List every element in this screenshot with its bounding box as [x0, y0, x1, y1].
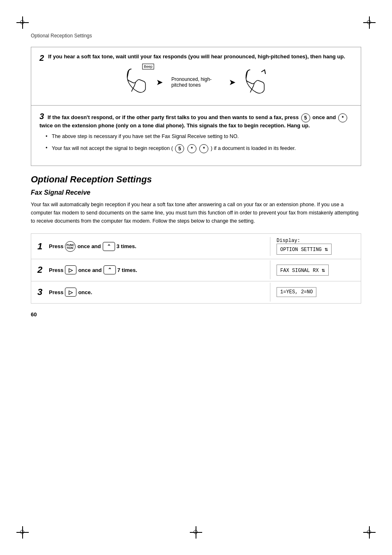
- step2-number: 2: [39, 53, 44, 63]
- arrow-ud-button-2: ⌃: [104, 265, 116, 274]
- step3-box: 3 If the fax doesn't respond, or if the …: [31, 106, 361, 166]
- instruction-step-2: 2 Press ▷ once and ⌃ 7 times. FAX SIGNAL…: [31, 259, 361, 281]
- phone-right-icon: [244, 68, 267, 97]
- step3-instr-left: 3 Press ▷ once.: [31, 283, 270, 302]
- right-arrow-button-1: ▷: [65, 265, 76, 274]
- step3-press: Press: [49, 289, 63, 295]
- display-label: Display:: [277, 238, 300, 244]
- step2-press: Press: [49, 267, 63, 273]
- instruction-step-3: 3 Press ▷ once. 1=YES, 2=NO: [31, 281, 361, 304]
- phone-left-icon: [125, 67, 148, 96]
- tone-label: Pronounced, high-pitched tones: [171, 76, 221, 88]
- step3-bullets: The above step is necessary if you have …: [39, 133, 353, 154]
- page-content: Optional Reception Settings 2 If you hea…: [31, 0, 361, 334]
- step3-number: 3: [39, 112, 44, 121]
- bullet1: The above step is necessary if you have …: [46, 133, 353, 140]
- description: Your fax will automatically begin recept…: [31, 200, 361, 225]
- corner-mark-br: [363, 526, 376, 539]
- display-yes-no: 1=YES, 2=NO: [277, 287, 316, 297]
- beep-label: Beep: [142, 64, 154, 69]
- display-option-setting: OPTION SETTING ⇅: [277, 244, 332, 255]
- step2-instr-right: FAX SIGNAL RX ⇅: [270, 260, 361, 280]
- section-heading: Optional Reception Settings: [31, 174, 361, 185]
- corner-mark-tr: [363, 16, 376, 29]
- page-number: 60: [31, 311, 361, 318]
- step1-instruction: Press FUNCTION once and ⌃ 3 times.: [49, 241, 136, 252]
- corner-mark-tl: [16, 16, 29, 29]
- step2-times: 7 times.: [118, 267, 137, 273]
- step2-once-and: once and: [78, 267, 101, 273]
- step3-text-before: If the fax doesn't respond, or if the ot…: [48, 114, 300, 120]
- step3-once-and: once and: [312, 114, 337, 120]
- step2-instruction: Press ▷ once and ⌃ 7 times.: [49, 265, 137, 274]
- function-button: FUNCTION: [65, 241, 76, 252]
- key-5-bullet: 5: [175, 144, 184, 153]
- sub-heading: Fax Signal Receive: [31, 189, 361, 196]
- phone-beep: Beep: [125, 67, 148, 97]
- right-arrow-button-2: ▷: [65, 288, 76, 297]
- step2-header: 2 If you hear a soft fax tone, wait unti…: [39, 53, 353, 63]
- key-5-inline: 5: [301, 113, 310, 122]
- instruction-step-1: 1 Press FUNCTION once and ⌃ 3 times. Dis…: [31, 233, 361, 259]
- display-fax-signal: FAX SIGNAL RX ⇅: [277, 265, 329, 276]
- step1-times: 3 times.: [117, 243, 136, 249]
- bottom-center-mark: [190, 526, 202, 539]
- phone-illustration: Beep ➤ Pronounced, high-pitched tones ➤: [39, 67, 353, 97]
- step2-instr-left: 2 Press ▷ once and ⌃ 7 times.: [31, 260, 270, 279]
- step2-text: If you hear a soft fax tone, wait until …: [48, 53, 345, 60]
- bullet2-text-before: Your fax will not accept the signal to b…: [52, 146, 173, 152]
- step1-right: Display: OPTION SETTING ⇅: [270, 234, 361, 259]
- arrow-ud-button-1: ⌃: [103, 242, 115, 251]
- step1-press: Press: [49, 243, 63, 249]
- arrow-icon: ➤: [156, 77, 163, 87]
- step3-header: 3 If the fax doesn't respond, or if the …: [39, 112, 353, 129]
- step3-text-after: twice on the extension phone (only on a …: [39, 122, 310, 129]
- step3-instr-num: 3: [37, 287, 46, 297]
- step2-instr-num: 2: [37, 265, 46, 275]
- step3-instr-right: 1=YES, 2=NO: [270, 283, 361, 301]
- step2-box: 2 If you hear a soft fax tone, wait unti…: [31, 47, 361, 106]
- step1-num: 1: [37, 241, 46, 252]
- breadcrumb: Optional Reception Settings: [31, 33, 361, 39]
- bullet2-text-after: ) if a document is loaded in its feeder.: [211, 146, 296, 152]
- step1-left: 1 Press FUNCTION once and ⌃ 3 times.: [31, 237, 270, 256]
- corner-mark-bl: [16, 526, 29, 539]
- key-star-bullet1: *: [187, 144, 196, 153]
- step3-instruction: Press ▷ once.: [49, 288, 92, 297]
- arrow-icon-2: ➤: [229, 77, 236, 87]
- bullet2: Your fax will not accept the signal to b…: [46, 144, 353, 153]
- step3-once: once.: [78, 289, 92, 295]
- key-star-bullet2: *: [199, 144, 208, 153]
- key-star-inline: *: [338, 113, 347, 122]
- step1-once-and: once and: [77, 243, 101, 249]
